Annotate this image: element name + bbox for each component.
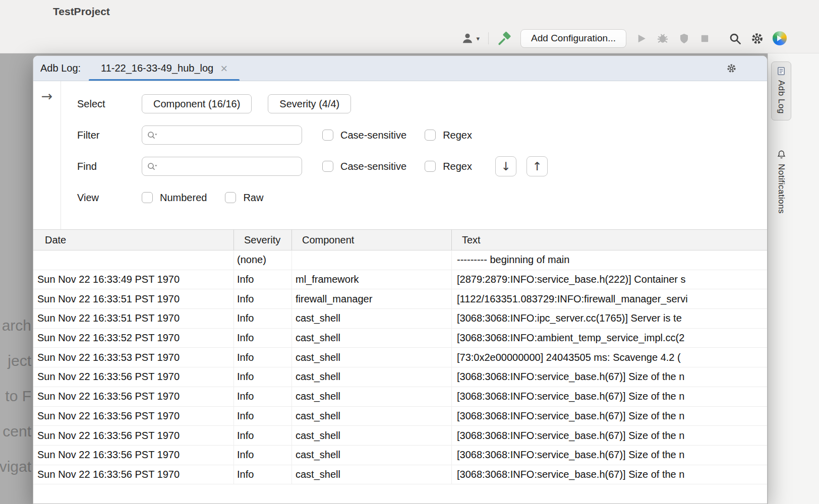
checkbox-box — [225, 192, 236, 203]
cell-component: cast_shell — [292, 446, 452, 465]
cell-text: --------- beginning of main — [452, 250, 767, 270]
bell-icon — [777, 150, 786, 159]
run-button[interactable] — [635, 32, 648, 45]
checkbox-label: Case-sensitive — [340, 130, 406, 141]
table-row[interactable]: Sun Nov 22 16:33:56 PST 1970Infocast_she… — [33, 367, 767, 387]
user-menu-button[interactable]: ▾ — [461, 32, 480, 45]
stop-button[interactable] — [699, 33, 711, 44]
adb-log-label: Adb Log: — [40, 62, 81, 74]
find-next-button[interactable]: ↓ — [495, 156, 516, 176]
table-row[interactable]: Sun Nov 22 16:33:56 PST 1970Infocast_she… — [33, 407, 767, 426]
table-row[interactable]: Sun Nov 22 16:33:53 PST 1970Infocast_she… — [33, 348, 767, 367]
find-input[interactable] — [158, 161, 297, 172]
log-file-tab-title: 11-22_16-33-49_hub_log — [101, 62, 213, 74]
numbered-checkbox[interactable]: Numbered — [142, 192, 207, 204]
table-row[interactable]: Sun Nov 22 16:33:51 PST 1970Infocast_she… — [33, 309, 767, 329]
cell-component: cast_shell — [292, 465, 452, 484]
cell-component: firewall_manager — [292, 289, 452, 308]
find-case-sensitive-checkbox[interactable]: Case-sensitive — [322, 161, 406, 172]
cell-text: [3068:3068:INFO:service_base.h(67)] Size… — [452, 426, 767, 445]
table-row[interactable]: Sun Nov 22 16:33:56 PST 1970Infocast_she… — [33, 446, 767, 465]
filter-regex-checkbox[interactable]: Regex — [425, 130, 472, 141]
cell-date: Sun Nov 22 16:33:49 PST 1970 — [33, 270, 234, 289]
adb-log-window: Adb Log: 11-22_16-33-49_hub_log × → Sele… — [33, 55, 768, 504]
adb-log-window-header: Adb Log: 11-22_16-33-49_hub_log × — [33, 56, 767, 81]
raw-checkbox[interactable]: Raw — [225, 192, 263, 204]
checkbox-box — [322, 161, 333, 172]
column-header-text[interactable]: Text — [452, 230, 767, 250]
android-studio-logo[interactable] — [773, 31, 787, 45]
cell-text: [1122/163351.083729:INFO:firewall_manage… — [452, 289, 767, 308]
magnifier-caret-icon[interactable] — [147, 162, 158, 171]
column-header-severity[interactable]: Severity — [234, 230, 292, 250]
cell-date: Sun Nov 22 16:33:56 PST 1970 — [33, 426, 234, 445]
cell-text: [3068:3068:INFO:service_base.h(67)] Size… — [452, 465, 767, 484]
cell-text: [3068:3068:INFO:service_base.h(67)] Size… — [452, 446, 767, 465]
cell-text: [3068:3068:INFO:ambient_temp_service_imp… — [452, 329, 767, 348]
view-row: View Numbered Raw — [61, 188, 767, 207]
table-row[interactable]: Sun Nov 22 16:33:56 PST 1970Infocast_she… — [33, 426, 767, 446]
cell-date — [33, 250, 234, 270]
cell-date: Sun Nov 22 16:33:56 PST 1970 — [33, 407, 234, 426]
bug-icon — [656, 32, 669, 45]
table-row[interactable]: Sun Nov 22 16:33:52 PST 1970Infocast_she… — [33, 329, 767, 348]
table-row[interactable]: Sun Nov 22 16:33:51 PST 1970Infofirewall… — [33, 289, 767, 309]
background-window: archjectto Fcentvigat — [0, 53, 33, 504]
find-search-box — [142, 157, 302, 176]
magnifier-caret-icon[interactable] — [147, 131, 158, 140]
cell-component: ml_framework — [292, 270, 452, 289]
stop-icon — [699, 33, 711, 44]
active-tab-underline — [89, 79, 240, 81]
find-regex-checkbox[interactable]: Regex — [425, 161, 472, 172]
run-with-coverage-button[interactable] — [678, 32, 690, 45]
background-text-fragment: vigat — [0, 449, 31, 484]
checkbox-box — [425, 130, 436, 141]
log-table-header: DateSeverityComponentText — [33, 230, 767, 250]
checkbox-label: Regex — [443, 161, 472, 172]
collapse-arrow-icon[interactable]: → — [41, 88, 53, 104]
cell-date: Sun Nov 22 16:33:56 PST 1970 — [33, 465, 234, 484]
filter-rows: Select Component (16/16) Severity (4/4) … — [61, 81, 767, 229]
cell-date: Sun Nov 22 16:33:51 PST 1970 — [33, 309, 234, 328]
table-row[interactable]: Sun Nov 22 16:33:56 PST 1970Infocast_she… — [33, 387, 767, 407]
cell-text: [3068:3068:INFO:service_base.h(67)] Size… — [452, 407, 767, 426]
log-file-tab[interactable]: 11-22_16-33-49_hub_log × — [89, 56, 240, 81]
cell-severity: Info — [234, 367, 292, 387]
filter-panel: → Select Component (16/16) Severity (4/4… — [33, 81, 767, 230]
tab-close-icon[interactable]: × — [220, 62, 227, 75]
build-hammer-button[interactable] — [497, 31, 512, 46]
find-previous-button[interactable]: ↑ — [526, 156, 548, 176]
search-icon — [728, 32, 742, 45]
filter-search-box — [142, 125, 302, 145]
stripe-tab-notifications[interactable]: Notifications — [771, 145, 791, 220]
table-row[interactable]: Sun Nov 22 16:33:49 PST 1970Infoml_frame… — [33, 270, 767, 290]
filter-label: Filter — [77, 130, 142, 141]
panel-settings-gear-icon[interactable] — [726, 63, 737, 74]
column-header-component[interactable]: Component — [292, 230, 452, 250]
column-header-date[interactable]: Date — [33, 230, 234, 250]
debug-button[interactable] — [656, 32, 669, 45]
filter-case-sensitive-checkbox[interactable]: Case-sensitive — [322, 130, 406, 141]
checkbox-box — [425, 161, 436, 172]
filter-row: Filter Case-sensitive Regex — [61, 125, 767, 145]
cell-severity: Info — [234, 426, 292, 445]
cell-severity: Info — [234, 329, 292, 348]
cell-date: Sun Nov 22 16:33:53 PST 1970 — [33, 348, 234, 367]
filter-input[interactable] — [158, 130, 297, 141]
table-row[interactable]: Sun Nov 22 16:33:56 PST 1970Infocast_she… — [33, 465, 767, 485]
cell-severity: Info — [234, 465, 292, 484]
table-row[interactable]: (none)--------- beginning of main — [33, 250, 767, 270]
component-filter-button[interactable]: Component (16/16) — [142, 94, 252, 113]
cell-severity: Info — [234, 407, 292, 426]
ide-settings-button[interactable] — [750, 32, 764, 45]
severity-filter-button[interactable]: Severity (4/4) — [268, 94, 351, 113]
adb-log-tool-icon — [777, 67, 786, 76]
cell-severity: Info — [234, 348, 292, 367]
add-configuration-button[interactable]: Add Configuration... — [520, 29, 626, 48]
stripe-tab-adb-log[interactable]: Adb Log — [771, 61, 791, 120]
search-everywhere-button[interactable] — [728, 32, 742, 45]
tool-window-stripe-right: Adb Log Notifications — [768, 53, 819, 504]
cell-text: [73:0x2e00000000] 24043505 ms: Scavenge … — [452, 348, 767, 367]
chevron-down-icon: ▾ — [477, 35, 480, 42]
cell-severity: Info — [234, 387, 292, 406]
